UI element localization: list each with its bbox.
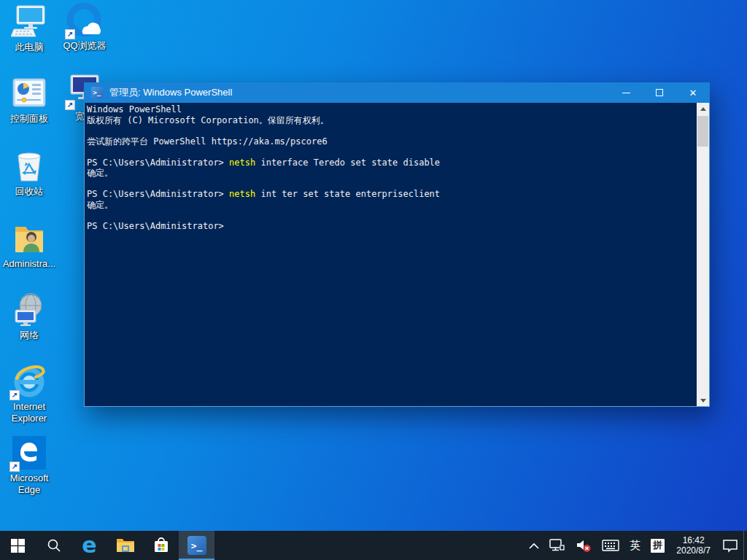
console-line: 尝试新的跨平台 PowerShell https://aka.ms/pscore… [87,136,697,147]
desktop-icon-label: 此电脑 [1,42,58,53]
shortcut-arrow-icon: ↗ [65,29,75,39]
taskbar-file-explorer-button[interactable] [107,531,143,560]
console-line: PS C:\Users\Administrator> netsh interfa… [87,158,697,168]
user-folder-icon [11,221,47,256]
maximize-button[interactable] [643,82,676,103]
console-line: PS C:\Users\Administrator> netsh int ter… [87,189,697,200]
desktop-icon-label: Administra... [1,258,58,270]
powershell-icon: >_ [187,536,206,555]
console-line: 确定。 [87,200,697,211]
scroll-up-button[interactable] [697,103,709,114]
qq-browser-icon: ↗ [66,3,103,38]
store-icon [152,537,170,554]
console-line: 确定。 [87,168,697,179]
action-center-button[interactable] [717,531,743,560]
this-pc-icon [11,4,47,39]
internet-explorer-icon: ↗ [11,364,47,399]
microsoft-edge-icon: ↗ [11,435,47,470]
start-button[interactable] [0,531,36,560]
desktop-icon-qq-browser[interactable]: ↗ QQ浏览器 [56,3,113,52]
shortcut-arrow-icon: ↗ [9,462,20,472]
desktop-icon-control-panel[interactable]: 控制面板 [1,76,58,125]
console-line [87,147,697,158]
windows-logo-icon [11,539,25,553]
search-icon [47,538,61,553]
taskbar-powershell-button[interactable]: >_ [179,531,214,560]
desktop-icon-label: Internet Explorer [1,401,58,424]
scroll-up-icon [700,107,706,111]
taskbar-store-button[interactable] [143,531,179,560]
clock-date: 2020/8/7 [676,545,711,556]
console-scrollbar[interactable] [697,103,709,406]
console-line: Windows PowerShell [87,104,697,115]
maximize-icon [656,89,663,96]
chevron-up-icon [529,542,539,549]
desktop-icon-label: Microsoft Edge [1,472,58,496]
scrollbar-thumb[interactable] [697,116,708,147]
console-line: PS C:\Users\Administrator> [87,221,697,232]
clock-time: 16:42 [683,535,705,545]
ime-language-label: 英 [630,539,640,553]
shortcut-arrow-icon: ↗ [65,100,75,110]
window-title: 管理员: Windows PowerShell [109,86,232,99]
close-button[interactable]: ✕ [676,82,710,103]
volume-muted-icon [576,539,592,553]
file-explorer-icon [116,537,135,553]
desktop-icon-this-pc[interactable]: 此电脑 [1,4,58,53]
console-line [87,179,697,190]
network-status-icon [549,539,565,552]
desktop-icon-label: 网络 [1,330,58,341]
system-tray: 英 拼 16:42 2020/8/7 [524,531,747,560]
ime-pinyin-icon: 拼 [651,539,665,553]
recycle-bin-icon [11,149,47,184]
console-line [87,210,697,221]
desktop-icon-internet-explorer[interactable]: ↗ Internet Explorer [1,364,58,424]
desktop-icon-microsoft-edge[interactable]: ↗ Microsoft Edge [1,435,58,496]
scroll-down-button[interactable] [697,394,709,406]
minimize-button[interactable] [609,82,643,103]
touch-keyboard-icon [602,540,619,551]
console-line [87,125,697,136]
tray-ime-language-button[interactable]: 英 [624,531,646,560]
action-center-icon [722,539,738,553]
console-line: 版权所有 (C) Microsoft Corporation。保留所有权利。 [87,115,697,126]
desktop-icon-label: 控制面板 [1,113,58,125]
taskbar-edge-button[interactable]: e [71,531,107,560]
desktop-icon-label: QQ浏览器 [56,40,113,52]
network-icon [11,292,47,327]
powershell-window-icon: >_ [91,87,103,98]
edge-icon: e [82,534,96,556]
desktop-icon-recycle-bin[interactable]: 回收站 [1,149,58,198]
console-output[interactable]: Windows PowerShell版权所有 (C) Microsoft Cor… [85,103,697,406]
scroll-down-icon [700,399,706,402]
powershell-window: >_ 管理员: Windows PowerShell ✕ Windows Pow… [84,82,710,407]
control-panel-icon [11,76,47,111]
show-desktop-button[interactable] [743,531,747,560]
tray-volume-button[interactable] [570,531,597,560]
minimize-icon [622,93,630,93]
desktop-icon-user-folder[interactable]: Administra... [1,221,58,270]
taskbar: e >_ [0,531,747,560]
desktop-icon-network[interactable]: 网络 [1,292,58,341]
tray-touch-keyboard-button[interactable] [597,531,624,560]
tray-clock[interactable]: 16:42 2020/8/7 [670,531,717,560]
close-icon: ✕ [689,88,697,98]
search-button[interactable] [36,531,71,560]
desktop-icon-label: 回收站 [1,186,58,198]
tray-network-button[interactable] [544,531,570,560]
shortcut-arrow-icon: ↗ [9,390,20,400]
tray-ime-pinyin-button[interactable]: 拼 [646,531,670,560]
powershell-titlebar[interactable]: >_ 管理员: Windows PowerShell ✕ [84,82,710,103]
tray-show-hidden-icons[interactable] [524,531,544,560]
